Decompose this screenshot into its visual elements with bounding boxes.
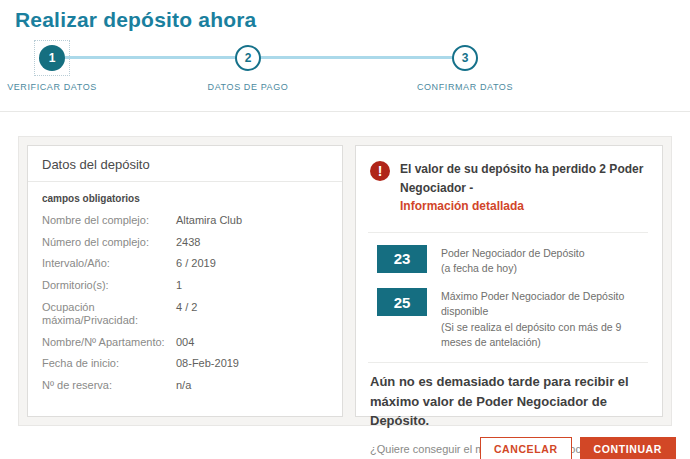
metric-label-line2: (a fecha de hoy) bbox=[441, 262, 517, 274]
trading-power-card: ! El valor de su depósito ha perdido 2 P… bbox=[355, 145, 663, 417]
stepper-connector-1 bbox=[52, 56, 248, 59]
required-fields-note: campos obligatorios bbox=[42, 193, 328, 204]
field-row-resort-name: Nombre del complejo: Altamira Club bbox=[42, 214, 328, 227]
page-title: Realizar depósito ahora bbox=[15, 8, 690, 32]
current-power-value: 23 bbox=[377, 245, 427, 273]
metric-label-line1: Máximo Poder Negociador de Depósito disp… bbox=[441, 290, 624, 317]
stepper-connector-2 bbox=[248, 56, 465, 59]
max-power-label: Máximo Poder Negociador de Depósito disp… bbox=[441, 288, 648, 350]
metric-label-line1: Poder Negociador de Depósito bbox=[441, 247, 585, 259]
step-1-indicator: 1 bbox=[39, 45, 65, 71]
step-3-indicator: 3 bbox=[452, 45, 478, 71]
field-row-bedrooms: Dormitorio(s): 1 bbox=[42, 279, 328, 292]
field-row-reservation-number: Nº de reserva: n/a bbox=[42, 379, 328, 392]
field-row-apartment: Nombre/Nº Apartamento: 004 bbox=[42, 336, 328, 349]
trading-power-metrics: 23 Poder Negociador de Depósito (a fecha… bbox=[377, 245, 648, 350]
current-power-label: Poder Negociador de Depósito (a fecha de… bbox=[441, 245, 585, 276]
field-value: 4 / 2 bbox=[176, 301, 197, 327]
field-value: Altamira Club bbox=[176, 214, 242, 227]
alert-icon: ! bbox=[370, 161, 390, 181]
deposit-panel: Datos del depósito campos obligatorios N… bbox=[18, 136, 672, 426]
field-label: Intervalo/Año: bbox=[42, 257, 176, 270]
field-label: Dormitorio(s): bbox=[42, 279, 176, 292]
field-value: n/a bbox=[176, 379, 191, 392]
deposit-details-title: Datos del depósito bbox=[28, 146, 342, 182]
max-power-value: 25 bbox=[377, 288, 427, 316]
step-2-indicator: 2 bbox=[235, 45, 261, 71]
wizard-stepper: 1 2 3 VERIFICAR DATOS DATOS DE PAGO CONF… bbox=[0, 38, 690, 98]
field-value: 6 / 2019 bbox=[176, 257, 216, 270]
field-label: Nº de reserva: bbox=[42, 379, 176, 392]
metric-current-power: 23 Poder Negociador de Depósito (a fecha… bbox=[377, 245, 648, 276]
cancel-button[interactable]: CANCELAR bbox=[480, 437, 572, 459]
restore-headline: Aún no es demasiado tarde para recibir e… bbox=[368, 362, 648, 431]
field-value: 1 bbox=[176, 279, 182, 292]
warning-banner: ! El valor de su depósito ha perdido 2 P… bbox=[368, 156, 648, 233]
field-value: 08-Feb-2019 bbox=[176, 357, 239, 370]
step-3-label: CONFIRMAR DATOS bbox=[385, 82, 545, 92]
deposit-details-card: Datos del depósito campos obligatorios N… bbox=[27, 145, 343, 417]
field-row-interval-year: Intervalo/Año: 6 / 2019 bbox=[42, 257, 328, 270]
field-label: Nombre del complejo: bbox=[42, 214, 176, 227]
step-1-label: VERIFICAR DATOS bbox=[0, 82, 132, 92]
field-label: Ocupación máxima/Privacidad: bbox=[42, 301, 176, 327]
metric-label-line2: (Si se realiza el depósito con más de 9 … bbox=[441, 321, 621, 348]
field-row-occupancy: Ocupación máxima/Privacidad: 4 / 2 bbox=[42, 301, 328, 327]
field-label: Fecha de inicio: bbox=[42, 357, 176, 370]
field-row-start-date: Fecha de inicio: 08-Feb-2019 bbox=[42, 357, 328, 370]
continue-button[interactable]: CONTINUAR bbox=[580, 437, 676, 459]
metric-max-power: 25 Máximo Poder Negociador de Depósito d… bbox=[377, 288, 648, 350]
detailed-info-link[interactable]: Información detallada bbox=[400, 199, 524, 213]
header-divider bbox=[0, 111, 690, 112]
warning-message-text: El valor de su depósito ha perdido 2 Pod… bbox=[400, 162, 643, 195]
field-value: 2438 bbox=[176, 236, 200, 249]
step-2-label: DATOS DE PAGO bbox=[168, 82, 328, 92]
field-row-resort-number: Número del complejo: 2438 bbox=[42, 236, 328, 249]
field-label: Número del complejo: bbox=[42, 236, 176, 249]
field-label: Nombre/Nº Apartamento: bbox=[42, 336, 176, 349]
warning-message: El valor de su depósito ha perdido 2 Pod… bbox=[400, 160, 646, 216]
field-value: 004 bbox=[176, 336, 194, 349]
deposit-details-body: campos obligatorios Nombre del complejo:… bbox=[28, 182, 342, 410]
